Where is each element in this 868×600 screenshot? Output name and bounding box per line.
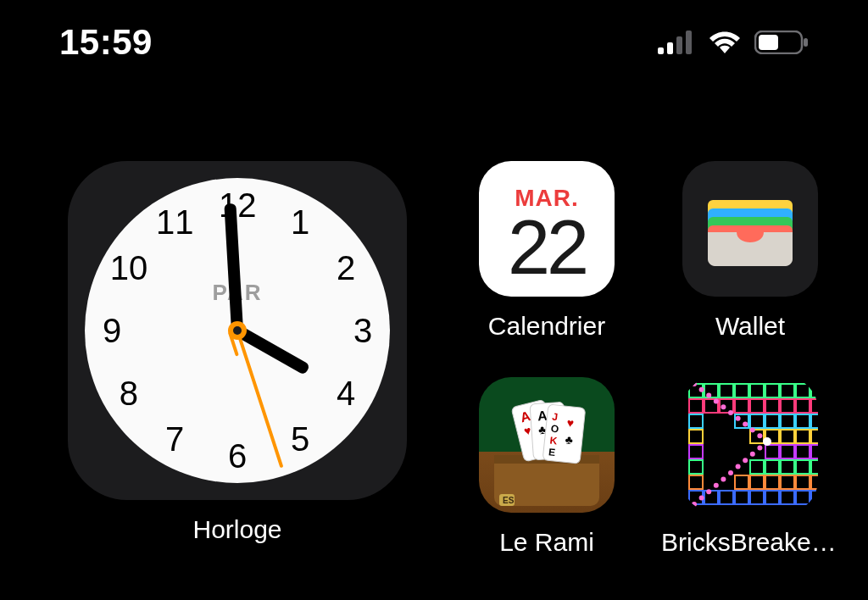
- clock-numeral: 1: [281, 203, 319, 241]
- clock-numeral: 8: [110, 375, 147, 412]
- svg-rect-59: [689, 445, 703, 458]
- rami-icon[interactable]: A ♥ A ♣ J O K E ♥ ♣: [479, 377, 615, 513]
- app-rami[interactable]: A ♥ A ♣ J O K E ♥ ♣: [458, 377, 636, 572]
- svg-rect-60: [765, 445, 779, 458]
- svg-text:O: O: [550, 423, 559, 436]
- svg-rect-63: [811, 445, 818, 458]
- svg-rect-64: [689, 460, 703, 474]
- clock-pivot-inner: [233, 326, 242, 335]
- svg-rect-31: [735, 384, 748, 397]
- svg-rect-82: [765, 491, 779, 504]
- svg-rect-57: [796, 430, 810, 443]
- svg-rect-1: [667, 42, 673, 54]
- svg-rect-85: [811, 491, 818, 504]
- svg-point-100: [743, 422, 748, 427]
- svg-rect-37: [689, 399, 703, 413]
- svg-rect-44: [796, 399, 810, 413]
- svg-text:E: E: [548, 446, 555, 458]
- svg-rect-46: [689, 414, 703, 428]
- clock-widget-label: Horloge: [68, 515, 407, 544]
- svg-point-106: [699, 387, 704, 392]
- svg-rect-48: [750, 414, 764, 428]
- bricksbreaker-icon[interactable]: [682, 377, 818, 513]
- svg-text:ES: ES: [503, 496, 515, 505]
- status-time: 15:59: [59, 22, 153, 63]
- svg-rect-83: [781, 491, 794, 504]
- svg-rect-79: [720, 491, 733, 504]
- svg-rect-61: [781, 445, 794, 458]
- svg-rect-72: [750, 475, 764, 489]
- svg-rect-53: [689, 430, 703, 443]
- svg-point-105: [706, 393, 711, 398]
- svg-rect-80: [735, 491, 748, 504]
- svg-point-102: [728, 410, 733, 415]
- clock-widget-tile[interactable]: 111098765432112PAR: [68, 161, 407, 500]
- svg-rect-2: [676, 36, 682, 54]
- clock-numeral: 5: [281, 420, 319, 458]
- svg-rect-32: [750, 384, 764, 397]
- svg-rect-36: [811, 384, 818, 397]
- clock-numeral: 7: [156, 420, 193, 458]
- svg-rect-81: [750, 491, 764, 504]
- clock-numeral: 11: [156, 203, 193, 241]
- svg-rect-74: [781, 475, 794, 489]
- svg-rect-62: [796, 445, 810, 458]
- svg-rect-35: [796, 384, 810, 397]
- svg-rect-68: [796, 460, 810, 474]
- svg-rect-70: [689, 475, 703, 489]
- svg-rect-0: [658, 47, 664, 54]
- svg-rect-49: [765, 414, 779, 428]
- svg-rect-34: [781, 384, 794, 397]
- svg-point-95: [757, 445, 762, 450]
- svg-point-94: [750, 452, 755, 457]
- app-label-calendar: Calendrier: [488, 312, 605, 341]
- svg-rect-42: [765, 399, 779, 413]
- svg-rect-66: [765, 460, 779, 474]
- svg-point-87: [699, 496, 704, 501]
- svg-rect-69: [811, 460, 818, 474]
- svg-rect-45: [811, 399, 818, 413]
- svg-point-107: [692, 381, 697, 386]
- clock-numeral: 3: [344, 312, 381, 349]
- svg-point-92: [736, 464, 741, 469]
- clock-numeral: 6: [219, 437, 256, 475]
- calendar-date-number: 22: [508, 212, 586, 285]
- svg-rect-51: [796, 414, 810, 428]
- svg-rect-65: [750, 460, 764, 474]
- svg-rect-40: [735, 399, 748, 413]
- svg-point-93: [743, 458, 748, 463]
- svg-point-98: [757, 433, 762, 438]
- svg-rect-78: [704, 491, 718, 504]
- clock-numeral: 9: [93, 312, 131, 349]
- app-calendar[interactable]: MAR. 22 Calendrier: [458, 161, 636, 356]
- svg-rect-76: [811, 475, 818, 489]
- svg-point-99: [750, 427, 755, 432]
- svg-rect-58: [811, 430, 818, 443]
- svg-rect-52: [811, 414, 818, 428]
- wallet-icon[interactable]: [682, 161, 818, 297]
- svg-rect-67: [781, 460, 794, 474]
- apps-grid: MAR. 22 Calendrier Wallet: [458, 161, 839, 572]
- app-label-rami: Le Rami: [499, 528, 594, 557]
- svg-rect-41: [750, 399, 764, 413]
- svg-point-91: [728, 470, 733, 475]
- app-bricksbreaker[interactable]: BricksBreaker...: [661, 377, 839, 572]
- app-label-bricksbreaker: BricksBreaker...: [661, 528, 839, 557]
- svg-point-103: [721, 404, 726, 409]
- battery-icon: [754, 31, 809, 54]
- app-wallet[interactable]: Wallet: [661, 161, 839, 356]
- svg-point-104: [714, 398, 719, 403]
- svg-text:K: K: [549, 434, 558, 447]
- status-bar: 15:59: [0, 0, 868, 85]
- svg-point-89: [714, 483, 719, 488]
- home-screen: 111098765432112PAR Horloge MAR. 22 Calen…: [68, 161, 817, 572]
- clock-widget[interactable]: 111098765432112PAR Horloge: [68, 161, 407, 572]
- svg-point-86: [692, 502, 697, 507]
- svg-rect-6: [804, 38, 808, 47]
- svg-point-101: [736, 416, 741, 421]
- calendar-icon[interactable]: MAR. 22: [479, 161, 615, 297]
- svg-rect-84: [796, 491, 810, 504]
- clock-face: 111098765432112PAR: [85, 178, 390, 483]
- svg-rect-56: [781, 430, 794, 443]
- cellular-signal-icon: [658, 31, 695, 54]
